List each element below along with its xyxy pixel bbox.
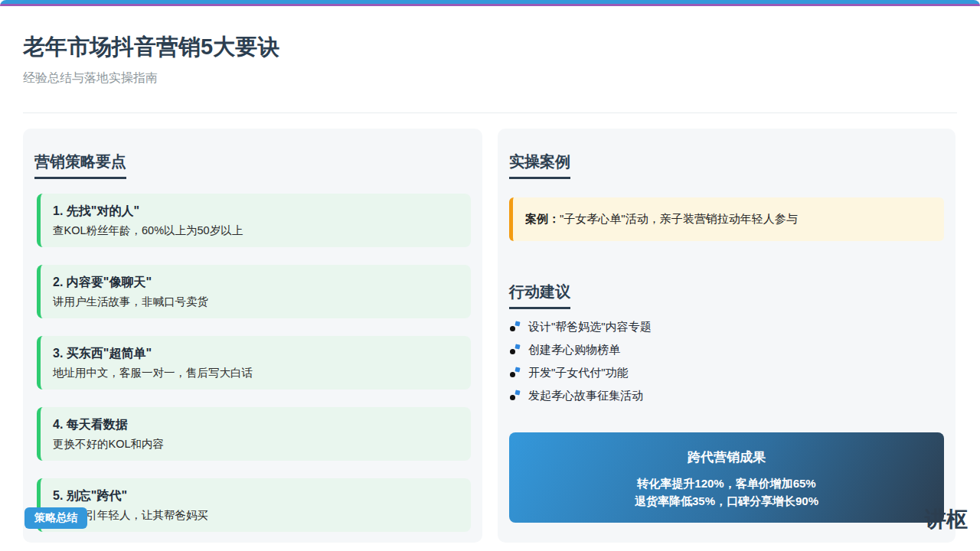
action-item: 开发"子女代付"功能 — [510, 361, 939, 384]
strategy-item: 2. 内容要"像聊天" 讲用户生活故事，非喊口号卖货 — [37, 265, 471, 318]
results-title: 跨代营销成果 — [509, 448, 944, 466]
strategy-item-desc: 地址用中文，客服一对一，售后写大白话 — [53, 365, 459, 380]
action-item: 创建孝心购物榜单 — [510, 338, 939, 361]
header-divider — [23, 112, 957, 113]
strategy-heading: 营销策略要点 — [34, 152, 126, 179]
strategy-item: 3. 买东西"超简单" 地址用中文，客服一对一，售后写大白话 — [37, 336, 471, 390]
pen-bullet-icon — [510, 344, 521, 355]
pen-bullet-icon — [510, 390, 521, 401]
actions-list: 设计"帮爸妈选"内容专题 创建孝心购物榜单 开发"子女代付"功能 发起孝心故事征… — [510, 315, 939, 407]
action-item-label: 创建孝心购物榜单 — [528, 343, 620, 357]
cross-generation-results-box: 跨代营销成果 转化率提升120%，客单价增加65% 退货率降低35%，口碑分享增… — [509, 432, 944, 523]
pen-bullet-icon — [510, 367, 521, 378]
action-item: 设计"帮爸妈选"内容专题 — [510, 315, 939, 338]
strategy-item-title: 5. 别忘"跨代" — [53, 488, 459, 504]
page-subtitle: 经验总结与落地实操指南 — [23, 70, 158, 86]
results-line-2: 退货率降低35%，口碑分享增长90% — [509, 492, 944, 510]
watermark: 讲枢 — [925, 505, 968, 534]
strategy-item: 4. 每天看数据 更换不好的KOL和内容 — [37, 407, 471, 461]
strategy-card: 营销策略要点 1. 先找"对的人" 查KOL粉丝年龄，60%以上为50岁以上 2… — [23, 129, 482, 543]
action-item-label: 发起孝心故事征集活动 — [528, 389, 643, 403]
action-item: 发起孝心故事征集活动 — [510, 384, 939, 407]
case-label: 案例： — [525, 212, 560, 225]
strategy-item-title: 3. 买东西"超简单" — [53, 346, 459, 361]
case-text: "子女孝心单"活动，亲子装营销拉动年轻人参与 — [560, 212, 798, 225]
strategy-item: 5. 别忘"跨代" 内容吸引年轻人，让其帮爸妈买 — [37, 478, 471, 532]
strategy-item-title: 2. 内容要"像聊天" — [53, 275, 459, 290]
action-item-label: 设计"帮爸妈选"内容专题 — [528, 320, 652, 334]
strategy-item-title: 4. 每天看数据 — [53, 417, 459, 432]
strategy-item-title: 1. 先找"对的人" — [53, 204, 459, 219]
practice-card: 实操案例 案例："子女孝心单"活动，亲子装营销拉动年轻人参与 行动建议 设计"帮… — [498, 129, 956, 543]
strategy-item-desc: 讲用户生活故事，非喊口号卖货 — [53, 294, 459, 309]
case-callout: 案例："子女孝心单"活动，亲子装营销拉动年轻人参与 — [509, 197, 944, 241]
top-accent-bar — [0, 0, 980, 6]
action-item-label: 开发"子女代付"功能 — [528, 366, 629, 380]
strategy-item-desc: 更换不好的KOL和内容 — [53, 436, 459, 452]
strategy-summary-badge: 策略总结 — [24, 507, 87, 529]
page-title: 老年市场抖音营销5大要诀 — [23, 32, 279, 63]
pen-bullet-icon — [510, 321, 521, 332]
results-line-1: 转化率提升120%，客单价增加65% — [509, 474, 944, 492]
actions-heading: 行动建议 — [509, 282, 570, 309]
strategy-item: 1. 先找"对的人" 查KOL粉丝年龄，60%以上为50岁以上 — [37, 194, 471, 247]
strategy-item-desc: 内容吸引年轻人，让其帮爸妈买 — [53, 507, 459, 523]
strategy-item-desc: 查KOL粉丝年龄，60%以上为50岁以上 — [53, 223, 459, 238]
strategy-item-list: 1. 先找"对的人" 查KOL粉丝年龄，60%以上为50岁以上 2. 内容要"像… — [37, 194, 471, 549]
case-heading: 实操案例 — [509, 152, 570, 179]
results-metrics: 转化率提升120%，客单价增加65% 退货率降低35%，口碑分享增长90% — [509, 474, 944, 510]
